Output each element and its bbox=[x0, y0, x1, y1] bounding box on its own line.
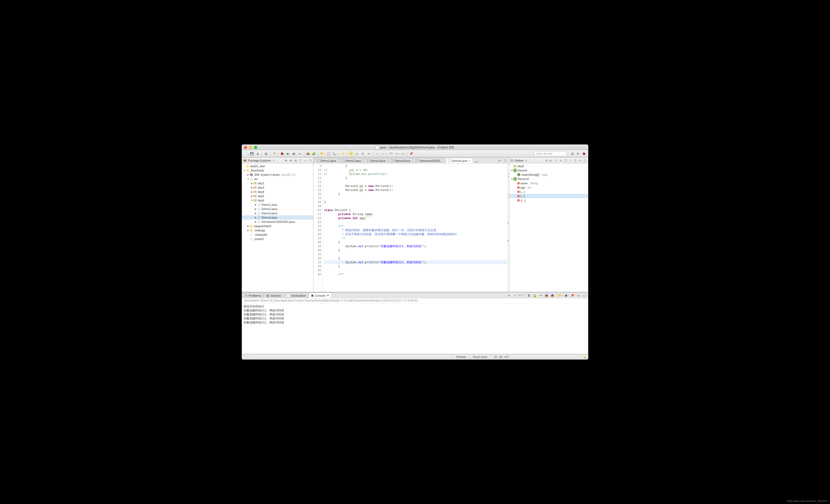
tip-icon[interactable]: 💡 bbox=[582, 354, 588, 359]
last-edit-button[interactable]: ↶ bbox=[388, 151, 394, 157]
outline-item[interactable]: {...} bbox=[509, 194, 588, 198]
bottom-tab[interactable]: ⚠Problems bbox=[243, 293, 263, 298]
new-package-button[interactable]: 📦 bbox=[306, 151, 311, 157]
outline-item[interactable]: name : String bbox=[509, 181, 588, 185]
open-task-button[interactable]: 📋 bbox=[326, 151, 331, 157]
toggle-breadcrumb-button[interactable]: ▤ bbox=[263, 151, 269, 157]
tree-item[interactable]: ▶📁happyEStack bbox=[242, 224, 313, 228]
annotation-prev-button[interactable]: ↑ bbox=[374, 151, 380, 157]
close-icon[interactable]: ✕ bbox=[469, 159, 471, 162]
block-selection-button[interactable]: ▭ bbox=[354, 151, 360, 157]
save-all-button[interactable]: 🗎 bbox=[255, 151, 260, 157]
debug-button[interactable]: 🐞 bbox=[280, 151, 285, 157]
coverage-button[interactable]: ◉ bbox=[292, 151, 297, 157]
console-output[interactable]: 静态代码块执行对象创建时执行1, 构造代码块对象创建时执行2, 构造代码块对象创… bbox=[242, 303, 588, 354]
outline-item[interactable]: day6 bbox=[509, 164, 588, 168]
outline-item[interactable]: ●smain(String[]) : void bbox=[509, 172, 588, 177]
tree-item[interactable]: ▼day6 bbox=[242, 198, 313, 202]
search-button[interactable]: 🔍 bbox=[332, 151, 337, 157]
tree-item[interactable]: 📄.classpath bbox=[242, 232, 313, 237]
minimize-window-button[interactable] bbox=[249, 146, 252, 149]
remove-launch-button[interactable]: ✕ bbox=[512, 293, 517, 298]
tree-item[interactable]: ▼📁JavaStudy bbox=[242, 168, 313, 172]
outline-item[interactable]: s{...} bbox=[509, 198, 588, 202]
focus-button[interactable]: ◎ bbox=[544, 158, 548, 163]
tree-item[interactable]: 📄.project bbox=[242, 237, 313, 241]
tree-item[interactable]: ▶🇯Homework10201002.java bbox=[242, 220, 313, 224]
java-perspective-button[interactable]: ☕ bbox=[575, 151, 581, 157]
collapse-all-button[interactable]: ⇆ bbox=[284, 158, 288, 163]
maximize-view-button[interactable]: ▢ bbox=[308, 158, 312, 163]
save-button[interactable]: 💾 bbox=[249, 151, 255, 157]
tree-item[interactable]: ▶day4 bbox=[242, 190, 313, 194]
outline-item[interactable]: ▼CDemo4 bbox=[509, 168, 588, 172]
outline-item[interactable]: {...} bbox=[509, 190, 588, 194]
view-menu-button[interactable]: ▽ bbox=[573, 158, 577, 163]
editor-tab[interactable]: 🇯Demo4.java bbox=[388, 158, 413, 163]
bottom-tab[interactable]: ▣Console✕ bbox=[309, 293, 331, 298]
outline-item[interactable]: age : int bbox=[509, 185, 588, 190]
word-wrap-console-button[interactable]: ↵ bbox=[538, 293, 543, 298]
hide-nonpublic-button[interactable]: ◯ bbox=[564, 158, 568, 163]
clear-console-button[interactable]: 🗑 bbox=[526, 293, 532, 298]
skip-breakpoints-button[interactable]: ↷ bbox=[272, 151, 277, 157]
tree-item[interactable]: ▶🇯Demo4.java bbox=[242, 215, 313, 220]
link-editor-button[interactable]: ⇄ bbox=[289, 158, 293, 163]
display-console-button[interactable]: ▣ bbox=[564, 293, 569, 298]
editor-tab[interactable]: 🇯Demo3.java bbox=[363, 158, 388, 163]
debug-perspective-button[interactable]: 🐞 bbox=[581, 151, 587, 157]
minimize-editor-button[interactable]: ▭ bbox=[497, 158, 502, 163]
scroll-lock-button[interactable]: 🔒 bbox=[532, 293, 538, 298]
pin-console-button[interactable]: 📌 bbox=[570, 293, 575, 298]
maximize-view-button[interactable]: ▢ bbox=[583, 158, 587, 163]
new-button[interactable]: 📄 bbox=[243, 151, 249, 157]
tree-item[interactable]: ▶🇯Demo1.java bbox=[242, 202, 313, 207]
new-type-button[interactable]: 🧩 bbox=[312, 151, 317, 157]
open-console-button[interactable]: 📂 bbox=[558, 293, 564, 298]
word-wrap-button[interactable]: ↵ bbox=[366, 151, 372, 157]
forward-button[interactable]: ⇨ bbox=[400, 151, 406, 157]
terminate-button[interactable]: ■ bbox=[506, 293, 512, 298]
tree-item[interactable]: ▶day2 bbox=[242, 181, 313, 185]
tree-item[interactable]: ▶🇯Demo2.java bbox=[242, 207, 313, 211]
close-icon[interactable]: ✕ bbox=[273, 159, 275, 162]
minimize-bottom-button[interactable]: ▭ bbox=[576, 293, 581, 298]
outline-tree[interactable]: day6▼CDemo4●smain(String[]) : void▼CPers… bbox=[509, 163, 588, 292]
overview-ruler[interactable] bbox=[507, 163, 509, 292]
editor-tab[interactable]: 🇯Demo4.java✕ bbox=[445, 158, 473, 163]
maximize-editor-button[interactable]: ▢ bbox=[503, 158, 508, 163]
maximize-window-button[interactable] bbox=[254, 146, 257, 149]
package-explorer-tab[interactable]: 📦 Package Explorer ✕ bbox=[243, 159, 275, 162]
remove-all-button[interactable]: ✕✕ bbox=[518, 293, 523, 298]
close-icon[interactable]: ✕ bbox=[327, 294, 329, 297]
open-perspective-button[interactable]: ⊞ bbox=[570, 151, 575, 157]
editor-tab[interactable]: 🇯Homework1020... bbox=[413, 158, 445, 163]
hide-static-button[interactable]: s bbox=[558, 158, 563, 163]
tree-item[interactable]: ▶day3 bbox=[242, 185, 313, 190]
quick-access-input[interactable]: Quick Access bbox=[535, 151, 567, 156]
package-explorer-tree[interactable]: 📁day01_test▼📁JavaStudy▶📚JRE System Libra… bbox=[242, 163, 313, 292]
editor-body[interactable]: ⚠⚠⚠⚠ 91011121314151617181920212223242526… bbox=[313, 163, 509, 292]
editor-tab[interactable]: 🇯Demo2.java bbox=[339, 158, 363, 163]
open-type-button[interactable]: 📂 bbox=[320, 151, 325, 157]
show-on-output-button[interactable]: 📤 bbox=[544, 293, 549, 298]
bottom-tab[interactable]: 📄Declaration bbox=[284, 293, 309, 298]
pin-editor-button[interactable]: 📌 bbox=[409, 151, 414, 157]
tab-overflow[interactable]: »31 bbox=[474, 160, 478, 163]
sort-button[interactable]: a↓ bbox=[549, 158, 553, 163]
editor-code[interactable]: {// int a = 10;// System.out.println(a);… bbox=[322, 163, 509, 292]
hide-fields-button[interactable]: ◇ bbox=[554, 158, 558, 163]
back-button[interactable]: ⇦ bbox=[394, 151, 400, 157]
tree-item[interactable]: ▶🇯Demo3.java bbox=[242, 211, 313, 215]
focus-task-button[interactable]: ◎ bbox=[293, 158, 298, 163]
tree-item[interactable]: ▶📚JRE System Library [JavaSE-11] bbox=[242, 172, 313, 177]
wizard-button[interactable]: ✨ bbox=[340, 151, 346, 157]
show-whitespace-button[interactable]: ¶ bbox=[360, 151, 365, 157]
annotation-next-button[interactable]: ↓ bbox=[380, 151, 386, 157]
tree-item[interactable]: 📁day01_test bbox=[242, 164, 313, 168]
editor-tab[interactable]: 🇯Demo1.java bbox=[314, 158, 339, 163]
hide-local-button[interactable]: l bbox=[568, 158, 573, 163]
outline-item[interactable]: ▼CPerson3 bbox=[509, 177, 588, 181]
show-on-error-button[interactable]: 📥 bbox=[550, 293, 555, 298]
minimize-view-button[interactable]: ▭ bbox=[578, 158, 582, 163]
